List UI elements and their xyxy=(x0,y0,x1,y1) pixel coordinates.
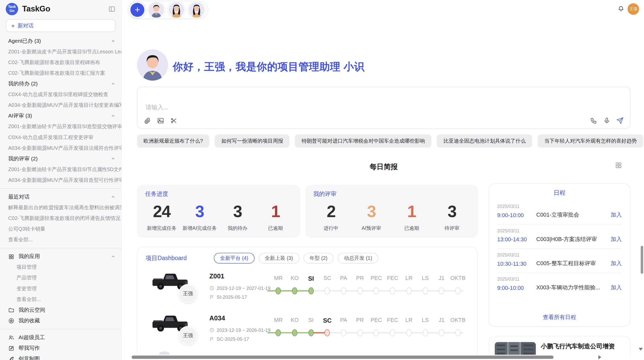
milestone-node[interactable] xyxy=(276,287,281,294)
sidebar-item[interactable]: A034-全新新能源MUV产品开发项目计划变更表编写 xyxy=(0,100,121,111)
join-link[interactable]: 加入 xyxy=(611,260,622,267)
vertical-scrollbar-thumb[interactable] xyxy=(641,246,643,274)
chevron-up-icon[interactable] xyxy=(111,81,115,86)
chevron-up-icon[interactable] xyxy=(111,156,115,161)
milestone-node[interactable] xyxy=(308,287,314,294)
scissors-icon[interactable] xyxy=(170,117,177,124)
milestone-node[interactable] xyxy=(455,329,461,336)
sidebar-item-label: 创意制图 xyxy=(19,355,40,360)
paperclip-icon[interactable] xyxy=(144,117,151,124)
milestone-node[interactable] xyxy=(292,287,297,294)
image-icon[interactable] xyxy=(157,117,164,124)
chevron-up-icon[interactable] xyxy=(111,254,115,259)
milestone-node[interactable] xyxy=(276,329,281,336)
event-title: C003|H0B-方案冻结评审 xyxy=(536,235,611,243)
stat: 1已逾期 xyxy=(391,203,432,232)
recent-conversation-item[interactable]: 公司Q3轻卡销量 xyxy=(0,224,121,234)
sidebar-item[interactable]: A034-全新新能源MUV产品开发项目法规符合性评审 xyxy=(0,143,121,153)
milestone-node[interactable] xyxy=(308,329,314,336)
mic-icon[interactable] xyxy=(603,117,610,124)
milestone-node[interactable] xyxy=(390,287,395,294)
hscroll-thumb[interactable] xyxy=(131,356,553,359)
sidebar-section-header[interactable]: AI评审 (3) xyxy=(0,111,121,121)
milestone-node[interactable] xyxy=(406,329,412,336)
chevron-up-icon[interactable] xyxy=(111,39,115,43)
user-avatar[interactable]: 王强 xyxy=(627,3,639,15)
milestone-node[interactable] xyxy=(374,329,379,336)
suggestion-chip[interactable]: 特朗普可能对进口汽车增税会对中国车企造成哪些影响 xyxy=(295,134,432,148)
layout-grid-icon[interactable] xyxy=(615,162,622,169)
recent-conversation-item[interactable]: C02-飞腾新能源轻客改款项目的闭环通告反馈情况 xyxy=(0,213,121,224)
new-chat-button[interactable]: + 新对话 xyxy=(6,19,116,32)
milestone-node[interactable] xyxy=(325,287,330,294)
milestone-node[interactable] xyxy=(439,287,444,294)
hscroll-right-arrow-icon[interactable] xyxy=(598,355,601,359)
sidebar-section-header[interactable]: 我的评审 (2) xyxy=(0,153,121,164)
milestone-node[interactable] xyxy=(292,329,297,336)
sidebar-item[interactable]: C0X4-动力总成开发项目工程变更评审 xyxy=(0,132,121,143)
notification-bell-icon[interactable] xyxy=(618,5,624,12)
milestone-node[interactable] xyxy=(357,287,363,294)
milestone-node[interactable] xyxy=(422,287,428,294)
phone-icon[interactable] xyxy=(590,117,597,124)
sidebar-item[interactable]: C0X4-动力总成开发项目SI里程碑提交物检查 xyxy=(0,89,121,100)
sidebar-item[interactable]: Z001-全新燃油轻卡产品开发项目SI造型提交物评审 xyxy=(0,121,121,132)
recent-conversation-item[interactable]: 解释最新出台的欧盟报废车法规再生塑料比例被调至15%... xyxy=(0,202,121,213)
sidebar-item[interactable]: C02-飞腾新能源轻客改款项目里程碑画布 xyxy=(0,57,121,68)
sidebar-item-folder[interactable]: 我的云空间 xyxy=(0,305,121,315)
sidebar-section-header[interactable]: Agent已办 (3) xyxy=(0,36,121,47)
sidebar-tool-item[interactable]: AI超级员工 xyxy=(0,332,121,343)
sidebar-section-header[interactable]: 我的待办 (2) xyxy=(0,79,121,89)
sidebar-item-star[interactable]: 我的收藏 xyxy=(0,315,121,326)
add-conversation-button[interactable]: + xyxy=(130,3,144,17)
milestone-node[interactable] xyxy=(325,329,330,336)
dashboard-filter-chip[interactable]: 动总开发 (1) xyxy=(338,253,378,263)
milestone-node[interactable] xyxy=(374,287,379,294)
app-item[interactable]: 产品管理 xyxy=(0,273,121,283)
sidebar-section-header[interactable]: 我的应用 xyxy=(0,251,121,262)
sidebar-tool-item[interactable]: 创意制图 xyxy=(0,354,121,360)
join-link[interactable]: 加入 xyxy=(611,284,622,291)
milestone-node[interactable] xyxy=(422,329,428,336)
milestone-node[interactable] xyxy=(341,329,346,336)
join-link[interactable]: 加入 xyxy=(611,211,622,219)
dashboard-filter-chip[interactable]: 年型 (2) xyxy=(303,253,333,263)
news-title: 小鹏飞行汽车制造公司增资 xyxy=(541,342,624,350)
sidebar-item[interactable]: C02-飞腾新能源轻客改款项目立项汇报方案 xyxy=(0,68,121,79)
divider xyxy=(0,188,121,189)
event-date: 2025/03/11 xyxy=(497,204,622,209)
join-link[interactable]: 加入 xyxy=(611,235,622,243)
sidebar-tool-item[interactable]: 帮我写作 xyxy=(0,343,121,353)
app-item[interactable]: 项目管理 xyxy=(0,262,121,273)
message-input[interactable]: 请输入... xyxy=(137,87,630,129)
app-item[interactable]: 查看全部... xyxy=(0,294,121,305)
dashboard-filter-chip[interactable]: 全新上装 (3) xyxy=(259,253,299,263)
milestone-node[interactable] xyxy=(357,329,363,336)
sidebar-collapse-icon[interactable] xyxy=(108,5,115,13)
suggestion-chip[interactable]: 如何写一份清晰的项目周报 xyxy=(215,134,290,148)
agent-avatar[interactable] xyxy=(188,1,205,19)
dashboard-filter-chip[interactable]: 全新平台 (4) xyxy=(214,253,255,263)
sidebar-item[interactable]: Z001-全新燃油轻卡产品开发项目SI节点属性5D文件评审 xyxy=(0,164,121,175)
chevron-up-icon[interactable] xyxy=(111,113,115,118)
sidebar-section-header[interactable]: 最近对话 xyxy=(0,191,121,202)
suggestion-chip[interactable]: 比亚迪全固态电池计划具体说了什么 xyxy=(437,134,532,148)
sidebar-item[interactable]: Z001-全新燃油皮卡产品开发项目SI节点Lesson Learn报告 xyxy=(0,47,121,57)
vscroll-down-arrow-icon[interactable] xyxy=(639,348,643,351)
horizontal-scrollbar[interactable] xyxy=(130,355,644,360)
suggestion-chip[interactable]: 当下年轻人对汽车外观有怎样的喜好趋势 xyxy=(538,134,643,148)
sidebar-item[interactable]: A034-全新新能源MUV产品开发项目造型可行性评审 xyxy=(0,175,121,185)
milestone-node[interactable] xyxy=(455,287,461,294)
app-item[interactable]: 变更管理 xyxy=(0,283,121,294)
suggestion-chip[interactable]: 欧洲新规最近颁布了什么? xyxy=(137,134,209,148)
agent-avatar[interactable] xyxy=(148,1,165,19)
view-all-schedule-link[interactable]: 查看所有日程 xyxy=(489,314,630,321)
milestone-node[interactable] xyxy=(341,287,346,294)
milestone-node[interactable] xyxy=(406,287,412,294)
chevron-up-icon[interactable] xyxy=(111,194,115,199)
recent-conversation-item[interactable]: 查看全部... xyxy=(0,234,121,245)
milestone-node[interactable] xyxy=(439,329,444,336)
milestone-node[interactable] xyxy=(390,329,395,336)
send-icon[interactable] xyxy=(617,117,623,124)
agent-avatar[interactable] xyxy=(168,1,185,19)
